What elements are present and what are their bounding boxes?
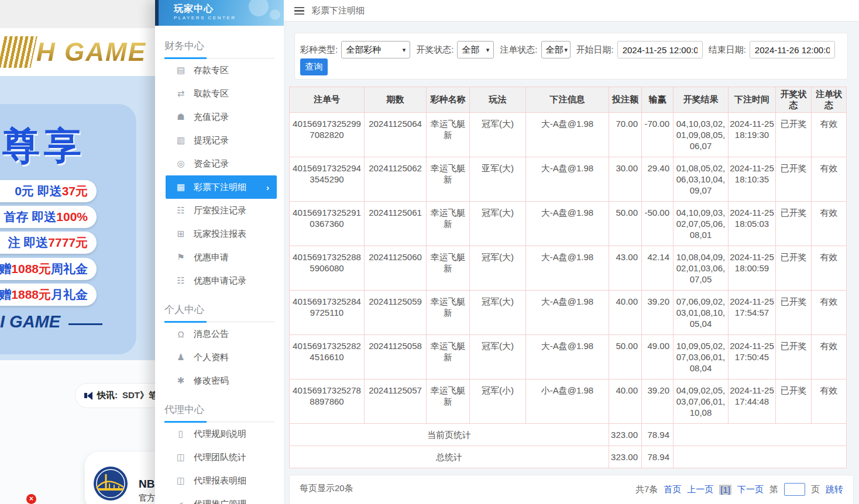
sidebar-item-promo-apply-records[interactable]: ☷优惠申请记录 xyxy=(155,269,284,292)
cell-period: 20241125060 xyxy=(365,246,427,291)
cell-win-loss: -70.00 xyxy=(642,113,674,157)
footer-brand-line xyxy=(68,323,102,325)
cell-lottery: 幸运飞艇新 xyxy=(427,202,470,246)
cell-win-loss: 29.40 xyxy=(642,157,674,202)
news-icon: ◫ xyxy=(176,475,186,486)
order-status-value: 全部 xyxy=(546,44,563,56)
start-date-input[interactable] xyxy=(617,41,703,58)
promo-pill[interactable]: 0元 即送37元 xyxy=(0,180,97,202)
cell-draw-status: 已开奖 xyxy=(776,246,812,291)
cell-order-status: 有效 xyxy=(812,379,847,424)
sidebar-item-change-password[interactable]: ✱修改密码 xyxy=(155,369,284,392)
sidebar-item-hall-bet-records[interactable]: ☷厅室投注记录 xyxy=(155,199,284,222)
cell-lottery: 幸运飞艇新 xyxy=(427,157,470,202)
sidebar-item-messages[interactable]: Ω消息公告 xyxy=(155,322,284,346)
list-icon: ☷ xyxy=(176,275,186,286)
draw-status-select[interactable]: 全部 ▾ xyxy=(457,41,494,58)
cell-order-status: 有效 xyxy=(812,202,847,246)
file-icon: ▯ xyxy=(176,429,186,439)
cell-bet-info: 大-A盘@1.98 xyxy=(526,246,609,291)
sidebar-item-recharge-records[interactable]: ☗充值记录 xyxy=(155,105,284,129)
cell-win-loss: 39.20 xyxy=(642,379,674,424)
sidebar-item-label: 取款专区 xyxy=(194,88,229,99)
promo-pill[interactable]: 首存 即送100% xyxy=(0,206,97,228)
prev-page-link[interactable]: 上一页 xyxy=(687,484,713,495)
cell-play: 冠军(大) xyxy=(470,202,526,246)
share-icon: < xyxy=(176,499,186,504)
lottery-type-label: 彩种类型: xyxy=(300,44,338,56)
cell-period: 20241125061 xyxy=(365,202,427,246)
current-page-indicator[interactable]: [1] xyxy=(719,485,731,495)
close-icon[interactable]: × xyxy=(26,494,36,504)
cell-play: 冠军(大) xyxy=(470,291,526,335)
sidebar-item-label: 代理团队统计 xyxy=(194,452,246,463)
doc-icon: ▦ xyxy=(176,182,186,192)
sidebar-item-lottery-bet-details[interactable]: ▦彩票下注明细› xyxy=(166,175,277,199)
cell-draw-status: 已开奖 xyxy=(776,202,812,246)
cell-bet-id: 401569173252849725110 xyxy=(290,291,365,335)
total-stats-amount: 323.00 xyxy=(609,446,642,468)
promo-pill-text: 1888元 xyxy=(11,286,51,303)
sidebar-item-withdraw-records[interactable]: ▥提现记录 xyxy=(155,129,284,152)
nba-promo-card[interactable]: NBA 官方 xyxy=(85,452,155,504)
lottery-type-select[interactable]: 全部彩种 ▾ xyxy=(341,41,410,58)
table-row: 40156917325299708282020241125064幸运飞艇新冠军(… xyxy=(290,113,847,157)
table-row: 40156917325284972511020241125059幸运飞艇新冠军(… xyxy=(290,291,847,335)
cell-amount: 30.00 xyxy=(609,157,642,202)
players-center-sidebar: 玩家中心 PLAYERS CENTER 财务中心▤存款专区⇄取款专区☗充值记录▥… xyxy=(155,0,284,504)
exchange-icon: ⇄ xyxy=(176,88,186,99)
gamepad-decoration-icon xyxy=(270,9,280,20)
chevron-down-icon: ▾ xyxy=(486,46,490,54)
cell-play: 冠军(大) xyxy=(470,335,526,379)
cell-amount: 40.00 xyxy=(609,291,642,335)
promo-pill-text: 100% xyxy=(56,210,88,224)
search-button[interactable]: 查询 xyxy=(300,58,328,75)
cell-result: 01,08,05,02,06,03,10,04,09,07 xyxy=(674,157,729,202)
promo-pill[interactable]: 加赠1088元周礼金 xyxy=(0,258,97,280)
bell-icon: Ω xyxy=(176,329,186,339)
order-status-select[interactable]: 全部 ▾ xyxy=(541,41,571,58)
sidebar-section-title: 代理中心 xyxy=(164,403,274,422)
next-page-link[interactable]: 下一页 xyxy=(737,484,764,495)
end-date-input[interactable] xyxy=(750,41,835,58)
sidebar-item-agent-rules[interactable]: ▯代理规则说明 xyxy=(155,422,284,446)
total-count-text: 共7条 xyxy=(635,484,658,495)
sidebar-item-deposit-zone[interactable]: ▤存款专区 xyxy=(155,58,284,82)
total-stats-label: 总统计 xyxy=(290,446,609,468)
cell-draw-status: 已开奖 xyxy=(776,335,812,379)
cell-result: 04,10,03,02,01,09,08,05,06,07 xyxy=(674,113,729,157)
cell-win-loss: 39.20 xyxy=(642,291,674,335)
sidebar-item-agent-promotion[interactable]: <代理推广管理 xyxy=(155,492,284,504)
cell-draw-status: 已开奖 xyxy=(776,291,812,335)
chevron-down-icon: ▾ xyxy=(403,46,406,54)
page-size-text: 每页显示20条 xyxy=(300,483,353,494)
promo-pill-text: 加赠 xyxy=(0,286,11,303)
hamburger-menu-icon[interactable] xyxy=(294,7,304,15)
cell-bet-info: 小-A盘@1.98 xyxy=(526,379,609,424)
cell-bet-info: 大-A盘@1.98 xyxy=(526,291,609,335)
header-draw-status: 开奖状态 xyxy=(776,87,812,113)
sidebar-item-funds-records[interactable]: ◎资金记录 xyxy=(155,152,284,175)
promo-pill[interactable]: 注 即送7777元 xyxy=(0,232,97,254)
filter-panel: 彩种类型: 全部彩种 ▾ 开奖状态: 全部 ▾ 注单状态: 全部 ▾ 开始日期:… xyxy=(294,33,848,80)
sidebar-item-agent-team-stats[interactable]: ◫代理团队统计 xyxy=(155,446,284,469)
promo-pill[interactable]: 加赠1888元月礼金 xyxy=(0,284,97,306)
sidebar-item-promo-apply[interactable]: ⚑优惠申请 xyxy=(155,246,284,269)
jump-button[interactable]: 跳转 xyxy=(826,484,843,495)
background-topbar xyxy=(0,0,155,28)
sidebar-item-profile[interactable]: ♟个人资料 xyxy=(155,346,284,369)
cell-draw-status: 已开奖 xyxy=(776,379,812,424)
promo-banner-title: 尊享 xyxy=(2,120,85,171)
sidebar-item-player-bet-report[interactable]: ⊞玩家投注报表 xyxy=(155,222,284,246)
total-stats-row: 总统计 323.00 78.94 xyxy=(290,446,847,468)
page-jump-input[interactable] xyxy=(784,483,805,496)
start-date-label: 开始日期: xyxy=(576,44,614,56)
cell-play: 冠军(大) xyxy=(470,246,526,291)
cell-bet-id: 401569173252997082820 xyxy=(290,113,365,157)
sidebar-item-agent-report-details[interactable]: ◫代理报表明细 xyxy=(155,469,284,492)
sidebar-item-label: 玩家投注报表 xyxy=(194,229,246,240)
first-page-link[interactable]: 首页 xyxy=(664,484,681,495)
sidebar-item-withdraw-zone[interactable]: ⇄取款专区 xyxy=(155,82,284,105)
lottery-type-value: 全部彩种 xyxy=(346,44,381,56)
sidebar-item-label: 提现记录 xyxy=(194,135,229,146)
